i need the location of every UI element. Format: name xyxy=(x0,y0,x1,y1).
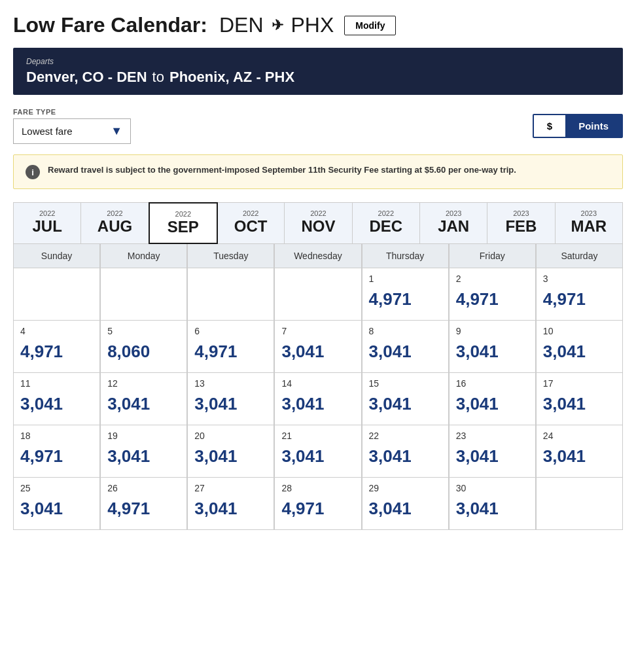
cell-fare: 3,041 xyxy=(456,499,529,519)
calendar-cell-18[interactable]: 18 4,971 xyxy=(13,425,100,478)
calendar-cell-22[interactable]: 22 3,041 xyxy=(362,425,449,478)
cell-date: 16 xyxy=(456,378,529,389)
month-tab-jan[interactable]: 2023JAN xyxy=(420,203,487,243)
cell-fare: 3,041 xyxy=(369,342,442,362)
cell-fare: 3,041 xyxy=(456,394,529,414)
cell-date: 27 xyxy=(194,483,267,493)
fare-type-label: FARE TYPE xyxy=(13,108,131,116)
calendar-cell-25[interactable]: 25 3,041 xyxy=(13,478,100,530)
calendar-cell-8[interactable]: 8 3,041 xyxy=(362,321,449,373)
month-tab-mar[interactable]: 2023MAR xyxy=(556,203,622,243)
calendar-cell-6[interactable]: 6 4,971 xyxy=(187,321,274,373)
calendar-cell-10[interactable]: 10 3,041 xyxy=(536,321,623,373)
cell-fare: 3,041 xyxy=(543,342,616,362)
calendar-cell-26[interactable]: 26 4,971 xyxy=(100,478,187,530)
cell-date: 22 xyxy=(369,431,442,441)
month-tab-aug[interactable]: 2022AUG xyxy=(81,203,149,243)
fare-type-dropdown[interactable]: Lowest fare ▼ xyxy=(13,118,131,144)
dollar-toggle-button[interactable]: $ xyxy=(534,115,565,137)
calendar-cell-20[interactable]: 20 3,041 xyxy=(187,425,274,478)
calendar-cell-28[interactable]: 28 4,971 xyxy=(274,478,361,530)
tab-year: 2022 xyxy=(152,210,214,218)
month-tab-dec[interactable]: 2022DEC xyxy=(353,203,420,243)
tab-year: 2022 xyxy=(220,209,281,217)
modify-button[interactable]: Modify xyxy=(344,16,396,35)
calendar-cell-12[interactable]: 12 3,041 xyxy=(100,373,187,425)
calendar-cell-2[interactable]: 2 4,971 xyxy=(449,268,536,321)
calendar-cell-7[interactable]: 7 3,041 xyxy=(274,321,361,373)
calendar-cell-4[interactable]: 4 4,971 xyxy=(13,321,100,373)
month-tab-sep[interactable]: 2022SEP xyxy=(149,202,218,244)
day-header-saturday: Saturday xyxy=(536,244,623,268)
info-icon: i xyxy=(26,165,40,179)
calendar-cell-empty xyxy=(274,268,361,321)
calendar-cell-27[interactable]: 27 3,041 xyxy=(187,478,274,530)
calendar-cell-empty xyxy=(536,478,623,530)
cell-date: 10 xyxy=(543,326,616,336)
cell-date: 19 xyxy=(107,431,180,441)
cell-fare: 3,041 xyxy=(281,446,354,467)
month-tab-nov[interactable]: 2022NOV xyxy=(285,203,352,243)
cell-fare: 3,041 xyxy=(369,446,442,467)
cell-date: 21 xyxy=(281,431,354,441)
calendar-cell-1[interactable]: 1 4,971 xyxy=(362,268,449,321)
cell-date: 3 xyxy=(543,274,616,284)
cell-fare: 3,041 xyxy=(369,499,442,519)
calendar-cell-30[interactable]: 30 3,041 xyxy=(449,478,536,530)
calendar-cell-3[interactable]: 3 4,971 xyxy=(536,268,623,321)
tab-year: 2022 xyxy=(287,209,349,217)
title-prefix: Low Fare Calendar: xyxy=(13,13,207,37)
calendar-cell-empty xyxy=(13,268,100,321)
destination-code: PHX xyxy=(291,13,334,37)
calendar-cell-29[interactable]: 29 3,041 xyxy=(362,478,449,530)
month-tab-oct[interactable]: 2022OCT xyxy=(217,203,285,243)
tab-month-label: NOV xyxy=(287,217,349,236)
fare-type-left: FARE TYPE Lowest fare ▼ xyxy=(13,108,131,144)
cell-date: 26 xyxy=(107,483,180,493)
day-header-monday: Monday xyxy=(100,244,187,268)
info-text: Reward travel is subject to the governme… xyxy=(48,164,516,176)
calendar-cell-5[interactable]: 5 8,060 xyxy=(100,321,187,373)
calendar-cell-15[interactable]: 15 3,041 xyxy=(362,373,449,425)
month-tab-feb[interactable]: 2023FEB xyxy=(487,203,555,243)
cell-date: 1 xyxy=(369,274,442,284)
calendar-cell-9[interactable]: 9 3,041 xyxy=(449,321,536,373)
cell-fare: 4,971 xyxy=(194,342,267,362)
dropdown-arrow-icon: ▼ xyxy=(111,124,122,138)
calendar-cell-14[interactable]: 14 3,041 xyxy=(274,373,361,425)
cell-fare: 3,041 xyxy=(456,446,529,467)
calendar-cell-19[interactable]: 19 3,041 xyxy=(100,425,187,478)
cell-fare: 4,971 xyxy=(543,289,616,309)
calendar-cell-17[interactable]: 17 3,041 xyxy=(536,373,623,425)
cell-date: 8 xyxy=(369,326,442,336)
cell-fare: 3,041 xyxy=(194,499,267,519)
calendar-cell-empty xyxy=(187,268,274,321)
calendar-cell-21[interactable]: 21 3,041 xyxy=(274,425,361,478)
cell-fare: 3,041 xyxy=(20,394,93,414)
tab-year: 2023 xyxy=(423,209,484,217)
calendar-cell-13[interactable]: 13 3,041 xyxy=(187,373,274,425)
fare-type-row: FARE TYPE Lowest fare ▼ $ Points xyxy=(13,108,623,144)
calendar-grid: 1 4,971 2 4,971 3 4,971 4 4,971 5 8,060 … xyxy=(13,268,623,530)
route-text: Denver, CO - DEN to Phoenix, AZ - PHX xyxy=(26,69,610,86)
cell-fare: 4,971 xyxy=(20,342,93,362)
calendar-cell-24[interactable]: 24 3,041 xyxy=(536,425,623,478)
tab-month-label: FEB xyxy=(490,217,552,236)
info-banner: i Reward travel is subject to the govern… xyxy=(13,154,623,189)
fare-toggle-group: $ Points xyxy=(533,114,623,138)
cell-fare: 3,041 xyxy=(20,499,93,519)
calendar-cell-11[interactable]: 11 3,041 xyxy=(13,373,100,425)
tab-year: 2023 xyxy=(490,209,552,217)
tab-month-label: OCT xyxy=(220,217,281,236)
tab-month-label: SEP xyxy=(152,218,214,236)
cell-date: 17 xyxy=(543,378,616,389)
calendar-cell-16[interactable]: 16 3,041 xyxy=(449,373,536,425)
cell-date: 9 xyxy=(456,326,529,336)
tab-month-label: DEC xyxy=(355,217,417,236)
cell-fare: 3,041 xyxy=(194,394,267,414)
month-tab-jul[interactable]: 2022JUL xyxy=(14,203,81,243)
points-toggle-button[interactable]: Points xyxy=(565,115,622,137)
cell-date: 12 xyxy=(107,378,180,389)
calendar-cell-23[interactable]: 23 3,041 xyxy=(449,425,536,478)
cell-date: 15 xyxy=(369,378,442,389)
